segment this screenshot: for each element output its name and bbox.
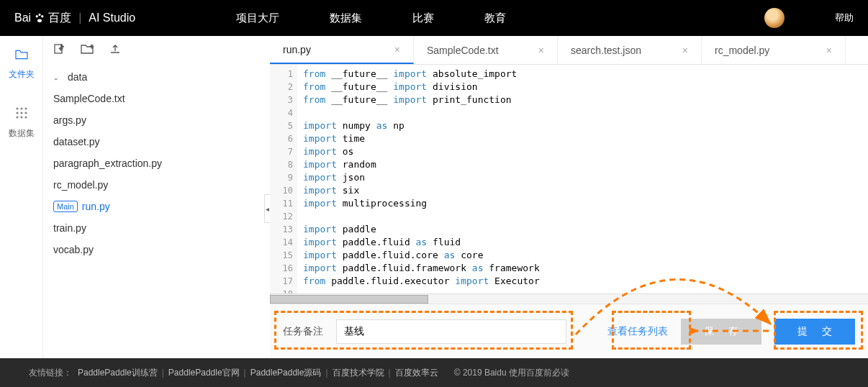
svg-point-0: [36, 15, 38, 17]
scroll-thumb[interactable]: [270, 295, 428, 304]
file-tree: data SampleCode.txtargs.pydataset.pypara…: [43, 65, 270, 262]
svg-point-1: [41, 15, 43, 17]
svg-point-10: [16, 116, 18, 118]
folder-data[interactable]: data: [43, 66, 270, 88]
tab-run-py[interactable]: run.py×: [270, 36, 414, 64]
svg-point-6: [24, 107, 27, 109]
logo[interactable]: Bai 百度 | AI Studio: [14, 11, 135, 26]
new-file-icon[interactable]: +: [53, 43, 65, 58]
code-body[interactable]: from __future__ import absolute_importfr…: [297, 65, 540, 293]
svg-point-3: [37, 19, 42, 23]
collapse-handle[interactable]: ◂: [264, 194, 270, 223]
file-train-py[interactable]: train.py: [43, 217, 270, 239]
editor-tabs: run.py×SampleCode.txt×search.test.json×r…: [270, 36, 868, 65]
folder-icon: [14, 49, 29, 64]
footer-link[interactable]: PaddlePaddle官网: [168, 368, 240, 378]
close-icon[interactable]: ×: [682, 45, 688, 56]
svg-point-5: [20, 107, 22, 109]
svg-point-8: [20, 111, 22, 114]
file-dataset-py[interactable]: dataset.py: [43, 131, 270, 152]
left-rail: 文件夹 数据集: [0, 36, 43, 358]
svg-point-2: [39, 14, 41, 16]
file-SampleCode-txt[interactable]: SampleCode.txt: [43, 88, 270, 109]
horizontal-scrollbar[interactable]: [270, 293, 868, 304]
submit-button[interactable]: 提 交: [774, 319, 855, 345]
new-folder-icon[interactable]: +: [81, 44, 94, 57]
file-args-py[interactable]: args.py: [43, 109, 270, 131]
upload-icon[interactable]: [109, 43, 121, 58]
nav-projects[interactable]: 项目大厅: [236, 12, 279, 25]
footer-link[interactable]: 百度技术学院: [333, 368, 384, 378]
footer-prefix: 友情链接：: [29, 367, 72, 379]
tab-rc_model-py[interactable]: rc_model.py×: [702, 36, 846, 64]
file-rc_model-py[interactable]: rc_model.py: [43, 174, 270, 196]
nav-education[interactable]: 教育: [484, 12, 506, 25]
line-gutter: 1234567891011121314151617181920▾21222324: [270, 65, 297, 293]
tab-search-test-json[interactable]: search.test.json×: [558, 36, 702, 64]
footer-copyright: © 2019 Baidu 使用百度前必读: [454, 367, 569, 379]
file-sidebar: + + data SampleCode.txtargs.pydataset.py…: [43, 36, 270, 358]
rail-files[interactable]: 文件夹: [0, 36, 42, 94]
close-icon[interactable]: ×: [826, 45, 832, 56]
product-name: AI Studio: [89, 12, 135, 24]
svg-point-12: [24, 116, 27, 118]
footer-link[interactable]: PaddlePaddle源码: [250, 368, 322, 378]
main-badge: Main: [53, 201, 78, 212]
file-vocab-py[interactable]: vocab.py: [43, 239, 270, 260]
close-icon[interactable]: ×: [394, 44, 400, 55]
save-button[interactable]: 保 存: [681, 319, 761, 345]
grid-icon: [15, 106, 28, 123]
svg-point-9: [24, 111, 27, 114]
sidebar-toolbar: + +: [43, 36, 270, 65]
svg-text:+: +: [90, 44, 94, 50]
nav-datasets[interactable]: 数据集: [330, 12, 362, 25]
bottom-bar: 任务备注 查看任务列表 保 存 提 交: [270, 304, 868, 358]
editor-area: ◂ run.py×SampleCode.txt×search.test.json…: [270, 36, 868, 358]
task-note-label: 任务备注: [283, 325, 323, 338]
view-tasks-link[interactable]: 查看任务列表: [607, 325, 668, 338]
footer-link[interactable]: PaddlePaddle训练营: [78, 368, 158, 378]
file-paragraph_extraction-py[interactable]: paragraph_extraction.py: [43, 152, 270, 174]
baidu-logo: Bai 百度: [14, 11, 71, 26]
rail-datasets[interactable]: 数据集: [0, 94, 42, 152]
svg-point-7: [16, 111, 18, 114]
footer-link[interactable]: 百度效率云: [395, 368, 438, 378]
task-note-input[interactable]: [336, 319, 566, 344]
close-icon[interactable]: ×: [538, 45, 544, 56]
svg-point-11: [20, 116, 22, 118]
nav-items: 项目大厅 数据集 比赛 教育: [236, 12, 506, 25]
svg-text:+: +: [59, 45, 63, 53]
top-nav: Bai 百度 | AI Studio 项目大厅 数据集 比赛 教育 帮助: [0, 0, 868, 36]
tab-SampleCode-txt[interactable]: SampleCode.txt×: [414, 36, 558, 64]
footer: 友情链接： PaddlePaddle训练营|PaddlePaddle官网|Pad…: [0, 358, 868, 387]
avatar[interactable]: [764, 8, 785, 28]
file-run-py[interactable]: Mainrun.py: [43, 196, 270, 217]
nav-help[interactable]: 帮助: [835, 12, 854, 24]
code-editor[interactable]: 1234567891011121314151617181920▾21222324…: [270, 65, 868, 293]
svg-point-4: [16, 107, 18, 109]
nav-competitions[interactable]: 比赛: [412, 12, 434, 25]
